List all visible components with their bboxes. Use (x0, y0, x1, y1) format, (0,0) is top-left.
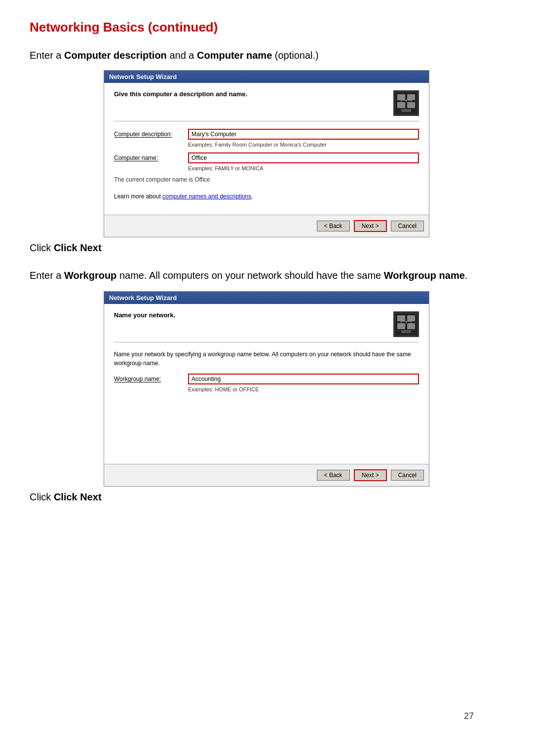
wizard2-header-text: Name your network. (114, 311, 393, 319)
svg-rect-12 (407, 315, 415, 321)
svg-rect-14 (407, 323, 415, 329)
svg-rect-4 (407, 102, 415, 108)
wizard2-next-button[interactable]: Next > (354, 469, 387, 481)
wizard2-header-row: Name your network. (114, 311, 419, 337)
computer-name-input[interactable] (188, 152, 419, 163)
current-name-text: The current computer name is Office (114, 176, 419, 183)
wizard1-icon (393, 90, 419, 116)
learn-more: Learn more about computer names and desc… (114, 193, 419, 200)
learn-more-link[interactable]: computer names and descriptions (162, 193, 251, 200)
wizard2-divider (114, 342, 419, 342)
page-title: Networking Basics (continued) (30, 20, 503, 35)
click-next-1: Click Click Next (30, 242, 503, 254)
svg-rect-1 (397, 94, 405, 100)
svg-rect-13 (397, 323, 405, 329)
description-label: Computer description: (114, 131, 188, 138)
wizard1-divider (114, 121, 419, 121)
wizard2-footer: < Back Next > Cancel (104, 464, 429, 486)
wizard2-body: Name your network. (104, 304, 429, 464)
workgroup-input[interactable] (188, 374, 419, 384)
workgroup-hint: Examples: HOME or OFFICE (188, 386, 419, 392)
wizard2-spacer (114, 397, 419, 456)
description-row: Computer description: (114, 129, 419, 140)
wizard1-next-button[interactable]: Next > (354, 220, 387, 232)
wizard1-titlebar: Network Setup Wizard (104, 71, 429, 83)
wizard2-icon (393, 311, 419, 337)
network-icon (394, 91, 418, 115)
workgroup-row: Workgroup name: (114, 374, 419, 384)
wizard2-cancel-button[interactable]: Cancel (391, 470, 424, 481)
network-icon-2 (394, 312, 418, 336)
section2-heading: Enter a Workgroup name. All computers on… (30, 268, 503, 282)
wizard1-body: Give this computer a description and nam… (104, 83, 429, 215)
section1-heading: Enter a Computer description and a Compu… (30, 50, 503, 61)
wizard1-cancel-button[interactable]: Cancel (391, 221, 424, 231)
wizard1-footer: < Back Next > Cancel (104, 215, 429, 237)
page-number: 27 (464, 711, 474, 721)
svg-rect-3 (397, 102, 405, 108)
click-next-2: Click Click Next (30, 491, 503, 503)
wizard2-titlebar: Network Setup Wizard (104, 292, 429, 304)
svg-rect-2 (407, 94, 415, 100)
page-content: Networking Basics (continued) Enter a Co… (30, 20, 503, 736)
computer-name-hint: Examples: FAMILY or MONICA (188, 165, 419, 171)
description-input[interactable] (188, 129, 419, 140)
computer-name-label: Computer name: (114, 154, 188, 161)
workgroup-label: Workgroup name: (114, 376, 188, 382)
wizard1-header-text: Give this computer a description and nam… (114, 90, 393, 98)
wizard1-header-row: Give this computer a description and nam… (114, 90, 419, 116)
svg-rect-5 (401, 109, 411, 112)
wizard1-back-button[interactable]: < Back (317, 221, 350, 231)
computer-name-row: Computer name: (114, 152, 419, 163)
description-hint: Examples: Family Room Computer or Monica… (188, 142, 419, 148)
network-desc: Name your network by specifying a workgr… (114, 350, 419, 368)
wizard2-back-button[interactable]: < Back (317, 470, 350, 481)
wizard-box-1: Network Setup Wizard Give this computer … (104, 70, 429, 237)
svg-rect-15 (401, 330, 411, 333)
wizard-box-2: Network Setup Wizard Name your network. (104, 291, 429, 487)
svg-rect-11 (397, 315, 405, 321)
